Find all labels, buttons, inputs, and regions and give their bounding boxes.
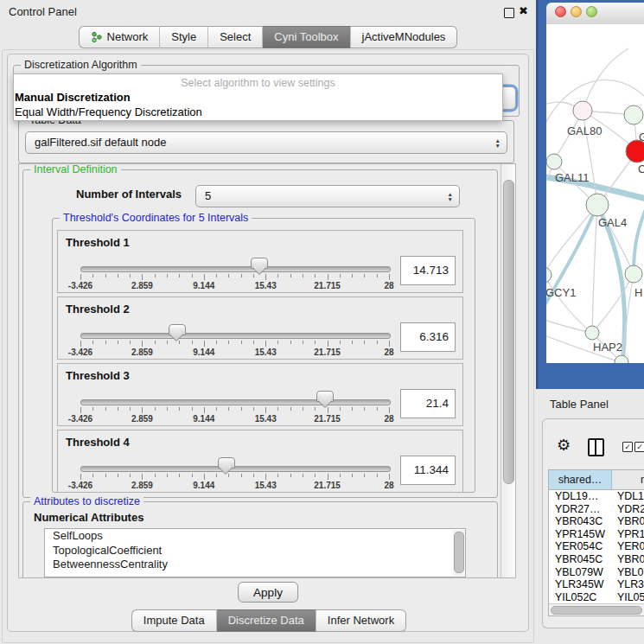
tick-mark: [105, 341, 106, 344]
threshold-value-field[interactable]: 6.316: [400, 322, 456, 352]
network-window-titlebar: [546, 3, 644, 25]
slider-handle[interactable]: [169, 324, 186, 335]
tab-impute-data[interactable]: Impute Data: [131, 609, 217, 632]
table-row[interactable]: YIL052CYIL052C: [549, 591, 644, 604]
tick-mark: [265, 474, 266, 480]
node-table: shared… n YDL19…YDL19…YDR27…YDR27…YBR043…: [548, 469, 644, 616]
dropdown-item-manual-discretization[interactable]: Manual Discretization: [15, 91, 131, 104]
network-node-label: GCY1: [546, 286, 576, 299]
tick-mark: [130, 274, 131, 277]
threshold-value-field[interactable]: 21.4: [400, 389, 456, 418]
tick-mark: [118, 341, 118, 344]
network-node-gal11[interactable]: [546, 154, 562, 169]
tick-mark: [118, 474, 118, 477]
numerical-attributes-list[interactable]: SelfLoopsTopologicalCoefficientBetweenne…: [44, 528, 466, 577]
cell-shared-name: YBR045C: [549, 553, 611, 566]
tick-mark: [118, 274, 118, 277]
tick-mark: [315, 474, 316, 477]
list-item[interactable]: TopologicalCoefficient: [45, 544, 465, 558]
network-node[interactable]: [615, 355, 628, 363]
combobox-stepper-icon: ▲▼: [448, 192, 453, 201]
close-traffic-light-icon[interactable]: [555, 6, 566, 17]
network-node-hap2[interactable]: [585, 326, 599, 340]
checkbox-icon[interactable]: ✓: [634, 442, 644, 452]
tick-mark: [130, 407, 131, 411]
tick-mark: [265, 341, 266, 347]
float-window-icon[interactable]: [504, 8, 514, 18]
dropdown-item-equal-width-frequency[interactable]: Equal Width/Frequency Discretization: [15, 105, 202, 118]
number-of-intervals-combobox[interactable]: 5 ▲▼: [195, 185, 460, 207]
tick-label: 15.43: [255, 481, 277, 490]
tick-mark: [192, 407, 193, 411]
viewport-scrollbar-thumb[interactable]: [503, 180, 514, 484]
apply-button[interactable]: Apply: [238, 582, 298, 603]
table-row[interactable]: YPR145WYPR145W: [549, 528, 644, 541]
threshold-value-field[interactable]: 14.713: [400, 256, 456, 285]
tick-mark: [241, 274, 242, 277]
table-panel-title: Table Panel: [542, 391, 644, 417]
table-row[interactable]: YER054CYER054C: [549, 540, 644, 553]
network-view-window: GAL80GACGAL11GAL4GCY1HHAP2: [536, 0, 644, 389]
threshold-value-field[interactable]: 11.344: [400, 456, 456, 485]
slider-track[interactable]: [80, 333, 391, 339]
tick-mark: [155, 474, 156, 477]
tab-style[interactable]: Style: [160, 26, 208, 48]
tick-mark: [228, 274, 229, 277]
tick-mark: [277, 474, 278, 477]
gear-icon[interactable]: ⚙: [557, 437, 571, 453]
network-canvas[interactable]: GAL80GACGAL11GAL4GCY1HHAP2: [546, 24, 644, 363]
list-scrollbar[interactable]: [453, 530, 464, 576]
tab-infer-network[interactable]: Infer Network: [316, 609, 406, 632]
slider-track[interactable]: [80, 399, 391, 405]
tick-label: 15.43: [255, 414, 277, 424]
tab-jactivemnodules[interactable]: jActiveMNodules: [351, 26, 458, 48]
tab-select[interactable]: Select: [208, 26, 263, 48]
list-item[interactable]: SelfLoops: [45, 529, 465, 544]
table-row[interactable]: YBL079WYBL079W: [549, 566, 644, 579]
tick-mark: [352, 341, 353, 344]
table-row[interactable]: YBR045CYBR045C: [549, 553, 644, 566]
tick-mark: [179, 341, 180, 344]
tick-mark: [328, 274, 328, 280]
table-row[interactable]: YLR345WYLR345W: [549, 578, 644, 591]
minimize-traffic-light-icon[interactable]: [571, 6, 582, 17]
table-row[interactable]: YBR043CYBR043C: [549, 515, 644, 528]
checkbox-icon[interactable]: ✓: [622, 442, 633, 452]
slider-track[interactable]: [80, 466, 391, 472]
zoom-traffic-light-icon[interactable]: [586, 6, 597, 17]
table-horizontal-scrollbar[interactable]: [549, 603, 644, 615]
table-row[interactable]: YDL19…YDL19…: [549, 490, 644, 503]
tick-mark: [204, 341, 205, 347]
viewport-scrollbar[interactable]: [501, 164, 515, 577]
network-node-gcy1[interactable]: [546, 267, 552, 283]
column-header-shared-name[interactable]: shared…: [549, 470, 612, 489]
tab-cyni-toolbox[interactable]: Cyni Toolbox: [263, 26, 350, 48]
table-data-combobox[interactable]: galFiltered.sif default node ▲▼: [25, 131, 507, 154]
network-node-gal80[interactable]: [573, 101, 592, 120]
slider-track[interactable]: [80, 266, 391, 272]
tab-discretize-data[interactable]: Discretize Data: [217, 609, 316, 632]
tick-mark: [204, 274, 205, 280]
tick-label: -3.426: [68, 481, 92, 490]
tick-mark: [80, 341, 81, 347]
slider-handle[interactable]: [218, 457, 235, 469]
table-scrollbar-thumb[interactable]: [551, 606, 642, 615]
tab-network[interactable]: Network: [79, 26, 161, 48]
network-node-c[interactable]: [626, 140, 644, 163]
tick-mark: [155, 407, 156, 411]
table-row[interactable]: YDR27…YDR27…: [549, 503, 644, 516]
group-title: Attributes to discretize: [30, 495, 143, 508]
column-layout-icon[interactable]: [588, 438, 604, 456]
network-node-ga[interactable]: [624, 105, 643, 124]
list-item[interactable]: BetweennessCentrality: [45, 558, 465, 572]
tick-mark: [328, 407, 328, 413]
dropdown-header-item: Select algorithm to view settings: [14, 77, 502, 89]
network-node-gal4[interactable]: [586, 194, 609, 216]
close-icon[interactable]: ✖: [519, 4, 528, 17]
network-node-h[interactable]: [625, 265, 642, 283]
tick-mark: [290, 407, 291, 411]
column-header-name[interactable]: n: [612, 470, 644, 489]
slider-handle[interactable]: [316, 391, 334, 402]
list-scrollbar-thumb[interactable]: [454, 532, 464, 573]
slider-handle[interactable]: [251, 258, 268, 269]
